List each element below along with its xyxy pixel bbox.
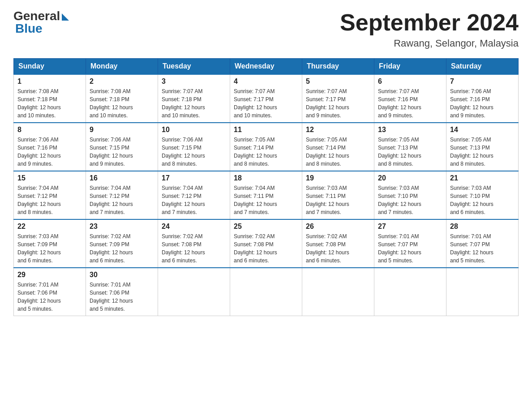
- day-number: 26: [306, 223, 370, 231]
- day-info: Sunrise: 7:01 AM Sunset: 7:07 PM Dayligh…: [378, 232, 442, 265]
- day-number: 11: [234, 126, 298, 134]
- day-number: 30: [90, 271, 154, 279]
- col-saturday: Saturday: [446, 59, 519, 75]
- day-number: 10: [162, 126, 226, 134]
- calendar-cell: 14 Sunrise: 7:05 AM Sunset: 7:13 PM Dayl…: [446, 123, 519, 171]
- week-row-2: 8 Sunrise: 7:06 AM Sunset: 7:16 PM Dayli…: [14, 123, 519, 171]
- calendar-cell: 8 Sunrise: 7:06 AM Sunset: 7:16 PM Dayli…: [14, 123, 86, 171]
- col-monday: Monday: [86, 59, 158, 75]
- calendar-cell: [374, 268, 446, 316]
- day-info: Sunrise: 7:05 AM Sunset: 7:14 PM Dayligh…: [234, 136, 298, 168]
- day-number: 14: [450, 126, 515, 134]
- calendar-cell: 10 Sunrise: 7:06 AM Sunset: 7:15 PM Dayl…: [158, 123, 230, 171]
- col-wednesday: Wednesday: [230, 59, 302, 75]
- calendar-cell: 23 Sunrise: 7:02 AM Sunset: 7:09 PM Dayl…: [86, 219, 158, 268]
- calendar-cell: 22 Sunrise: 7:03 AM Sunset: 7:09 PM Dayl…: [14, 219, 86, 268]
- calendar-cell: 13 Sunrise: 7:05 AM Sunset: 7:13 PM Dayl…: [374, 123, 446, 171]
- day-number: 22: [17, 223, 82, 231]
- calendar-cell: 11 Sunrise: 7:05 AM Sunset: 7:14 PM Dayl…: [230, 123, 302, 171]
- calendar-cell: 16 Sunrise: 7:04 AM Sunset: 7:12 PM Dayl…: [86, 171, 158, 219]
- calendar-cell: 7 Sunrise: 7:06 AM Sunset: 7:16 PM Dayli…: [446, 74, 519, 123]
- col-thursday: Thursday: [302, 59, 374, 75]
- logo: General Blue: [13, 9, 69, 36]
- day-info: Sunrise: 7:01 AM Sunset: 7:06 PM Dayligh…: [17, 281, 82, 313]
- calendar-cell: 3 Sunrise: 7:07 AM Sunset: 7:18 PM Dayli…: [158, 74, 230, 123]
- day-info: Sunrise: 7:04 AM Sunset: 7:12 PM Dayligh…: [162, 184, 226, 216]
- day-info: Sunrise: 7:08 AM Sunset: 7:18 PM Dayligh…: [90, 87, 154, 120]
- day-info: Sunrise: 7:07 AM Sunset: 7:17 PM Dayligh…: [306, 87, 370, 120]
- day-number: 25: [234, 223, 298, 231]
- calendar-cell: [230, 268, 302, 316]
- day-number: 9: [90, 126, 154, 134]
- day-info: Sunrise: 7:04 AM Sunset: 7:11 PM Dayligh…: [234, 184, 298, 216]
- day-info: Sunrise: 7:03 AM Sunset: 7:10 PM Dayligh…: [378, 184, 442, 216]
- day-number: 5: [306, 77, 370, 86]
- calendar-cell: 25 Sunrise: 7:02 AM Sunset: 7:08 PM Dayl…: [230, 219, 302, 268]
- calendar-cell: 12 Sunrise: 7:05 AM Sunset: 7:14 PM Dayl…: [302, 123, 374, 171]
- col-tuesday: Tuesday: [158, 59, 230, 75]
- logo-arrow-icon: [62, 13, 69, 21]
- calendar-cell: 26 Sunrise: 7:02 AM Sunset: 7:08 PM Dayl…: [302, 219, 374, 268]
- day-info: Sunrise: 7:02 AM Sunset: 7:08 PM Dayligh…: [306, 232, 370, 265]
- title-section: September 2024 Rawang, Selangor, Malaysi…: [340, 9, 519, 49]
- day-number: 20: [378, 174, 442, 182]
- day-number: 27: [378, 223, 442, 231]
- calendar-cell: 6 Sunrise: 7:07 AM Sunset: 7:16 PM Dayli…: [374, 74, 446, 123]
- calendar-cell: 1 Sunrise: 7:08 AM Sunset: 7:18 PM Dayli…: [14, 74, 86, 123]
- day-number: 21: [450, 174, 515, 182]
- day-info: Sunrise: 7:07 AM Sunset: 7:16 PM Dayligh…: [378, 87, 442, 120]
- day-info: Sunrise: 7:04 AM Sunset: 7:12 PM Dayligh…: [17, 184, 82, 216]
- day-info: Sunrise: 7:06 AM Sunset: 7:16 PM Dayligh…: [450, 87, 515, 120]
- day-number: 1: [17, 77, 82, 86]
- day-number: 18: [234, 174, 298, 182]
- day-number: 19: [306, 174, 370, 182]
- day-number: 24: [162, 223, 226, 231]
- day-number: 12: [306, 126, 370, 134]
- calendar-cell: 18 Sunrise: 7:04 AM Sunset: 7:11 PM Dayl…: [230, 171, 302, 219]
- page-header: General Blue September 2024 Rawang, Sela…: [13, 9, 519, 49]
- calendar-table: Sunday Monday Tuesday Wednesday Thursday…: [13, 58, 519, 316]
- week-row-5: 29 Sunrise: 7:01 AM Sunset: 7:06 PM Dayl…: [14, 268, 519, 316]
- day-info: Sunrise: 7:05 AM Sunset: 7:13 PM Dayligh…: [378, 136, 442, 168]
- day-number: 16: [90, 174, 154, 182]
- day-info: Sunrise: 7:07 AM Sunset: 7:18 PM Dayligh…: [162, 87, 226, 120]
- day-number: 4: [234, 77, 298, 86]
- day-info: Sunrise: 7:07 AM Sunset: 7:17 PM Dayligh…: [234, 87, 298, 120]
- calendar-cell: 17 Sunrise: 7:04 AM Sunset: 7:12 PM Dayl…: [158, 171, 230, 219]
- day-number: 29: [17, 271, 82, 279]
- calendar-cell: 21 Sunrise: 7:03 AM Sunset: 7:10 PM Dayl…: [446, 171, 519, 219]
- day-info: Sunrise: 7:05 AM Sunset: 7:14 PM Dayligh…: [306, 136, 370, 168]
- calendar-cell: 9 Sunrise: 7:06 AM Sunset: 7:15 PM Dayli…: [86, 123, 158, 171]
- day-number: 8: [17, 126, 82, 134]
- calendar-cell: 30 Sunrise: 7:01 AM Sunset: 7:06 PM Dayl…: [86, 268, 158, 316]
- day-number: 23: [90, 223, 154, 231]
- day-info: Sunrise: 7:03 AM Sunset: 7:10 PM Dayligh…: [450, 184, 515, 216]
- calendar-header-row: Sunday Monday Tuesday Wednesday Thursday…: [14, 59, 519, 75]
- day-info: Sunrise: 7:06 AM Sunset: 7:15 PM Dayligh…: [162, 136, 226, 168]
- location-subtitle: Rawang, Selangor, Malaysia: [340, 38, 519, 49]
- calendar-cell: 28 Sunrise: 7:01 AM Sunset: 7:07 PM Dayl…: [446, 219, 519, 268]
- day-info: Sunrise: 7:02 AM Sunset: 7:08 PM Dayligh…: [234, 232, 298, 265]
- calendar-cell: 5 Sunrise: 7:07 AM Sunset: 7:17 PM Dayli…: [302, 74, 374, 123]
- day-info: Sunrise: 7:01 AM Sunset: 7:07 PM Dayligh…: [450, 232, 515, 265]
- day-info: Sunrise: 7:01 AM Sunset: 7:06 PM Dayligh…: [90, 281, 154, 313]
- day-number: 3: [162, 77, 226, 86]
- day-number: 28: [450, 223, 515, 231]
- calendar-cell: 20 Sunrise: 7:03 AM Sunset: 7:10 PM Dayl…: [374, 171, 446, 219]
- calendar-cell: 24 Sunrise: 7:02 AM Sunset: 7:08 PM Dayl…: [158, 219, 230, 268]
- calendar-cell: [446, 268, 519, 316]
- logo-blue-text: Blue: [15, 21, 43, 36]
- day-info: Sunrise: 7:08 AM Sunset: 7:18 PM Dayligh…: [17, 87, 82, 120]
- calendar-cell: 19 Sunrise: 7:03 AM Sunset: 7:11 PM Dayl…: [302, 171, 374, 219]
- calendar-cell: [302, 268, 374, 316]
- calendar-cell: 4 Sunrise: 7:07 AM Sunset: 7:17 PM Dayli…: [230, 74, 302, 123]
- day-number: 13: [378, 126, 442, 134]
- day-info: Sunrise: 7:02 AM Sunset: 7:08 PM Dayligh…: [162, 232, 226, 265]
- day-info: Sunrise: 7:03 AM Sunset: 7:11 PM Dayligh…: [306, 184, 370, 216]
- calendar-cell: 15 Sunrise: 7:04 AM Sunset: 7:12 PM Dayl…: [14, 171, 86, 219]
- calendar-cell: 2 Sunrise: 7:08 AM Sunset: 7:18 PM Dayli…: [86, 74, 158, 123]
- day-info: Sunrise: 7:04 AM Sunset: 7:12 PM Dayligh…: [90, 184, 154, 216]
- week-row-1: 1 Sunrise: 7:08 AM Sunset: 7:18 PM Dayli…: [14, 74, 519, 123]
- day-number: 17: [162, 174, 226, 182]
- day-number: 7: [450, 77, 515, 86]
